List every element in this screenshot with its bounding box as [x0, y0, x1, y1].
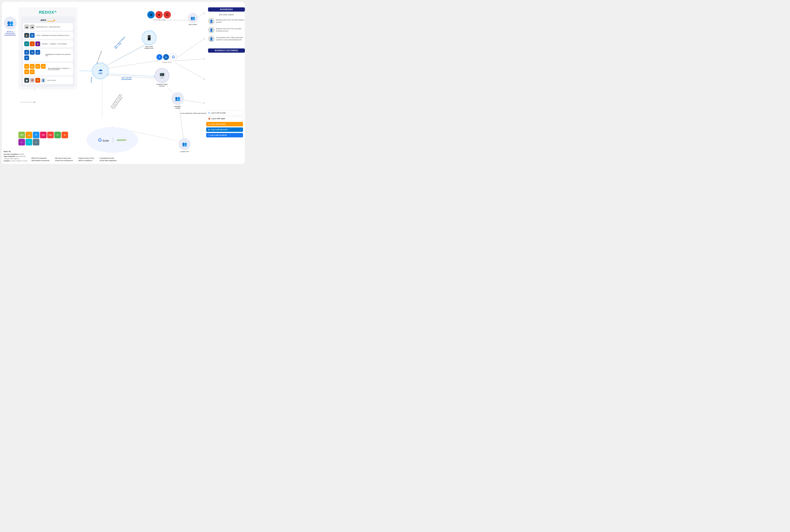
tech-angular: ▲ — [18, 139, 25, 146]
svg-line-14 — [175, 59, 204, 61]
api-gateway-icon: ⚡ — [35, 41, 40, 46]
divider — [113, 137, 113, 143]
k8s-icon-3: ⎈ — [35, 50, 40, 55]
svg-line-8 — [106, 43, 147, 66]
linux-windows-label: LINUX + WINDOWS INSTANCES RUNNING ON EC2 — [36, 35, 70, 36]
amazon-btn-icon: a — [208, 123, 209, 125]
iam-cloud-icon: ☁ — [98, 68, 102, 72]
cicd-label: CI/CD TOOLS — [47, 80, 56, 81]
google-login-btn[interactable]: G Log in with Google — [206, 111, 243, 115]
microsoft-login-btn[interactable]: ⊞ Log in with Microsoft — [206, 128, 243, 132]
idp-icons: ⊞ ● Ω — [147, 11, 171, 18]
back-frontend-icon: 👥 — [4, 17, 17, 30]
idp-icon-okta: ● — [155, 11, 163, 18]
idp-icon-microsoft: ⊞ — [147, 11, 155, 18]
facebook-btn-icon: f — [208, 134, 209, 136]
b2b-users-section: 👥 B2B USERS — [188, 13, 198, 25]
tech-stack: PHP ☕ ⚛ iOS .NET ⟨/⟩ JS ▲ V 🐳 — [18, 132, 74, 146]
linkedin-icon: in — [163, 54, 169, 60]
google-btn-label: Log in with Google — [211, 112, 226, 114]
facebook-icon: f — [156, 54, 162, 60]
lambda-icon: λ — [30, 41, 35, 46]
built-in-title: BUILT IN — [4, 151, 27, 152]
k8s-icon-1: ⎈ — [24, 50, 29, 55]
tech-node: ⟨/⟩ — [54, 132, 61, 138]
b2b-users-label: B2B USERS — [189, 24, 197, 25]
iam-node: ☁ IAM — [92, 63, 109, 79]
kubernetes-label: KUBERNETES RUNNING ON AMAZON EKS — [45, 54, 72, 56]
microservices-icon-2: ☁ — [30, 24, 35, 29]
end-user-app-label: END-USERMOBILE APP — [144, 46, 154, 49]
primary-users-section: 👥 PRIMARYUSERS — [171, 92, 184, 109]
linux-icon: 🐧 — [24, 33, 29, 38]
apple-login-btn[interactable]: 🍎 Log in with Apple — [206, 116, 243, 121]
right-panel: BUSINESSES B2C END USERS 👤 Business user… — [208, 7, 245, 53]
primary-user-portal-section: 🖥️ PRIMARY USERPORTAL — [155, 68, 169, 87]
svg-line-7 — [105, 44, 147, 66]
mobile-app-icon: 📱 — [142, 31, 156, 45]
microservices-label: MICROSERVICES MICROSERVICES — [36, 26, 60, 27]
back-frontend-section: 👥 BACK & FRONTENDENGINEERING — [4, 17, 17, 36]
social-auth-label: SOCIAL AUTH — [162, 61, 172, 63]
cicd-row: ▣ Ⓐ ⟳ 👤 CI/CD TOOLS — [23, 77, 73, 84]
gitlab-icon: ⟳ — [35, 78, 40, 83]
facebook-btn-label: Log in with Facebook — [210, 134, 227, 136]
tech-react: ⚛ — [33, 132, 39, 138]
aws-console-icon-4: aws — [41, 64, 46, 69]
business-not-ok-text: Business users NOT OK to use their busin… — [216, 28, 245, 32]
feature-360: 360 view of end users Cloud First Archit… — [55, 157, 73, 162]
aws-console-icon-2: aws — [30, 64, 35, 69]
iam-label: IAM — [98, 72, 102, 74]
login-buttons-container: G Log in with Google 🍎 Log in with Apple… — [206, 111, 243, 137]
microservices-row: ☁ ☁ MICROSERVICES MICROSERVICES — [23, 23, 73, 31]
built-in-security: Security, Compliance (HIPAA) High Availa… — [4, 153, 27, 162]
amazon-login-btn[interactable]: a Log in with Amazon — [206, 122, 243, 126]
social-auth-section: f in G SOCIAL AUTH — [156, 53, 177, 63]
windows-icon: ⊞ — [30, 33, 35, 38]
ansible-icon: Ⓐ — [30, 78, 35, 83]
splunk-logo: splunk> — [117, 138, 127, 141]
non-business-item: 👤 Non-business users: Other social auth … — [208, 36, 245, 42]
tech-docker: 🐳 — [33, 139, 39, 146]
k8s-icon-4: ⎈ — [24, 55, 29, 60]
gsuite-splunk-panel: G Suite splunk> — [86, 127, 138, 153]
aws-console-icon-5: aws — [24, 70, 29, 74]
primary-portal-icon: 🖥️ — [155, 68, 169, 83]
tech-php: PHP — [18, 132, 25, 138]
business-ok-text: Business users OK to use their business … — [216, 19, 245, 23]
connect-label: CONNECT LAMBDAS API GATEWAY — [42, 43, 67, 44]
connect-row: 🔗 λ ⚡ CONNECT LAMBDAS API GATEWAY — [23, 40, 73, 48]
gsuite-logo: G Suite — [98, 137, 109, 143]
aws-logo: aws ▁▁▁▁▶ — [23, 18, 73, 22]
tech-java: ☕ — [25, 132, 32, 138]
primary-users-icon: 👥 — [171, 92, 184, 105]
aws-management-label: AWS MANAGEMENT CONSOLE . 1 TO N ACCOUNTS — [48, 68, 72, 70]
svg-line-13 — [175, 39, 204, 59]
social-icons: f in G — [156, 53, 177, 61]
customer-idp-label: CUSTOMER X IDP — [153, 19, 165, 21]
amazon-btn-label: Log in with Amazon — [210, 123, 226, 125]
kubernetes-row: ⎈ ⎈ ⎈ ⎈ KUBERNETES RUNNING ON AMAZON EKS — [23, 49, 73, 61]
apple-btn-icon: 🍎 — [208, 118, 210, 119]
bottom-features: ONE API Framework ONE Identity Framework… — [31, 157, 204, 162]
google-btn-icon: G — [208, 112, 210, 114]
b2c-label: B2C END USERS — [208, 14, 245, 16]
linux-windows-row: 🐧 ⊞ LINUX + WINDOWS INSTANCES RUNNING ON… — [23, 32, 73, 39]
primary-users-label: PRIMARYUSERS — [171, 106, 184, 109]
b2b-users-icon: 👥 — [188, 13, 198, 23]
svg-line-20 — [178, 104, 184, 142]
bottom-info: BUILT IN Security, Compliance (HIPAA) Hi… — [4, 151, 204, 162]
business-not-ok-icon: 👤 — [208, 27, 215, 33]
customer-idp-section: ⊞ ● Ω CUSTOMER X IDP — [147, 11, 171, 21]
end-user-app-section: 📱 END-USERMOBILE APP — [142, 31, 156, 49]
client-ops-section: 👥 CLIENT OPS — [178, 138, 191, 152]
idp-icon-okta2: Ω — [163, 11, 171, 18]
feature-api: ONE API Framework ONE Identity Framework — [31, 157, 50, 162]
svg-line-11 — [108, 61, 158, 68]
tech-js: JS — [61, 132, 68, 138]
business-not-ok-item: 👤 Business users NOT OK to use their bus… — [208, 27, 245, 33]
facebook-login-btn[interactable]: f Log in with Facebook — [206, 133, 243, 137]
microsoft-btn-label: Log in with Microsoft — [211, 129, 228, 131]
non-business-icon: 👤 — [208, 36, 215, 42]
businesses-badge: BUSINESSES — [208, 7, 245, 12]
